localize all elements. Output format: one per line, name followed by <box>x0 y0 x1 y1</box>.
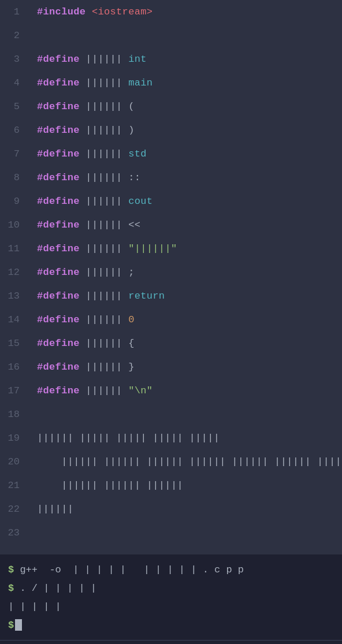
line-number: 16 <box>0 362 27 373</box>
code-line: 22|||||| <box>0 497 342 521</box>
paren-token: ( <box>128 101 135 112</box>
terminal-line: $ g++ -o | | | | | | | | | | . c p p <box>8 560 334 579</box>
line-content: #define |||||| main <box>27 77 153 88</box>
space-token <box>80 338 86 349</box>
define-token: #define <box>37 172 80 183</box>
bars-token: |||||| <box>86 196 122 207</box>
define-token: #define <box>37 314 80 325</box>
space-token <box>80 125 86 136</box>
brace-token: { <box>128 338 135 349</box>
code-line: 23 <box>0 521 342 545</box>
define-token: #define <box>37 196 80 207</box>
code-line: 14#define |||||| 0 <box>0 308 342 332</box>
line-number: 8 <box>0 172 27 183</box>
line-content: |||||| ||||| ||||| ||||| ||||| <box>27 433 220 444</box>
space-token <box>122 125 129 136</box>
code-line: 10#define |||||| << <box>0 213 342 237</box>
space-token <box>80 101 86 112</box>
space-token <box>122 54 129 65</box>
line-number: 18 <box>0 409 27 420</box>
space-token <box>80 196 86 207</box>
line-number: 11 <box>0 243 27 254</box>
code-line: 12#define |||||| ; <box>0 260 342 284</box>
define-token: #define <box>37 219 80 230</box>
line-content: |||||| <box>27 504 73 515</box>
main-token: main <box>128 77 153 88</box>
code-line: 3#define |||||| int <box>0 47 342 71</box>
bars-token: |||||| <box>86 291 122 301</box>
line-content: #define |||||| return <box>27 291 165 301</box>
space-token <box>122 172 129 183</box>
string-token: "\n" <box>128 385 153 396</box>
terminal-cmd: | | | | | <box>8 601 61 612</box>
space-token <box>86 6 92 17</box>
brace-token: } <box>128 362 135 373</box>
code-line: 7#define |||||| std <box>0 142 342 166</box>
define-token: #define <box>37 77 80 88</box>
terminal-cursor <box>15 619 22 631</box>
bars-token: |||||| <box>86 267 122 278</box>
define-token: #define <box>37 243 80 254</box>
space-token <box>80 267 86 278</box>
code-token: |||||| |||||| |||||| <box>37 480 183 491</box>
line-content: #include <iostream> <box>27 6 153 17</box>
line-number: 10 <box>0 219 27 230</box>
line-number: 2 <box>0 30 27 41</box>
bars-token: |||||| <box>86 125 122 136</box>
bars-token: |||||| <box>86 385 122 396</box>
terminal-cmd: g++ -o | | | | | | | | | | . c p p <box>14 564 244 575</box>
define-token: #define <box>37 338 80 349</box>
line-content: #define |||||| "\n" <box>27 385 153 396</box>
line-content: #define |||||| ) <box>27 125 135 136</box>
line-content: #define |||||| { <box>27 338 135 349</box>
terminal-line: | | | | | <box>8 597 334 616</box>
code-line: 11#define |||||| "||||||" <box>0 237 342 260</box>
code-line: 20 |||||| |||||| |||||| |||||| |||||| ||… <box>0 450 342 474</box>
bars-token: |||||| <box>86 338 122 349</box>
line-content: #define |||||| :: <box>27 172 140 183</box>
define-token: #define <box>37 267 80 278</box>
terminal-prompt: $ <box>8 564 14 575</box>
bars-token: |||||| <box>86 54 122 65</box>
terminal-line: $ . / | | | | | <box>8 579 334 597</box>
code-line: 9#define |||||| cout <box>0 189 342 213</box>
paren-token: ) <box>128 125 135 136</box>
define-token: #define <box>37 385 80 396</box>
code-line: 13#define |||||| return <box>0 284 342 308</box>
line-content: #define |||||| ( <box>27 101 135 112</box>
line-number: 19 <box>0 433 27 444</box>
terminal-prompt: $ <box>8 583 14 594</box>
code-token: |||||| ||||| ||||| ||||| ||||| <box>37 433 220 444</box>
code-line: 15#define |||||| { <box>0 332 342 355</box>
semi-token: ; <box>128 267 135 278</box>
line-content: #define |||||| int <box>27 54 147 65</box>
line-content: #define |||||| 0 <box>27 314 135 325</box>
line-content: |||||| |||||| |||||| |||||| |||||| |||||… <box>27 456 342 467</box>
line-content: #define |||||| cout <box>27 196 153 207</box>
space-token <box>122 385 129 396</box>
define-token: #define <box>37 101 80 112</box>
space-token <box>80 314 86 325</box>
code-line: 4#define |||||| main <box>0 71 342 95</box>
line-content: |||||| |||||| |||||| <box>27 480 183 491</box>
define-token: #define <box>37 362 80 373</box>
code-line: 21 |||||| |||||| |||||| <box>0 474 342 497</box>
bars-token: |||||| <box>86 314 122 325</box>
line-number: 7 <box>0 148 27 159</box>
bars-token: |||||| <box>86 362 122 373</box>
bars-token: |||||| <box>86 172 122 183</box>
space-token <box>122 338 129 349</box>
line-number: 22 <box>0 504 27 515</box>
space-token <box>122 267 129 278</box>
define-token: #define <box>37 125 80 136</box>
define-token: #define <box>37 148 80 159</box>
code-editor: 1#include <iostream>23#define |||||| int… <box>0 0 342 554</box>
space-token <box>122 291 129 301</box>
colons-token: :: <box>128 172 140 183</box>
line-number: 15 <box>0 338 27 349</box>
line-number: 17 <box>0 385 27 396</box>
space-token <box>122 219 129 230</box>
code-line: 6#define |||||| ) <box>0 118 342 142</box>
define-token: #define <box>37 291 80 301</box>
line-number: 4 <box>0 77 27 88</box>
